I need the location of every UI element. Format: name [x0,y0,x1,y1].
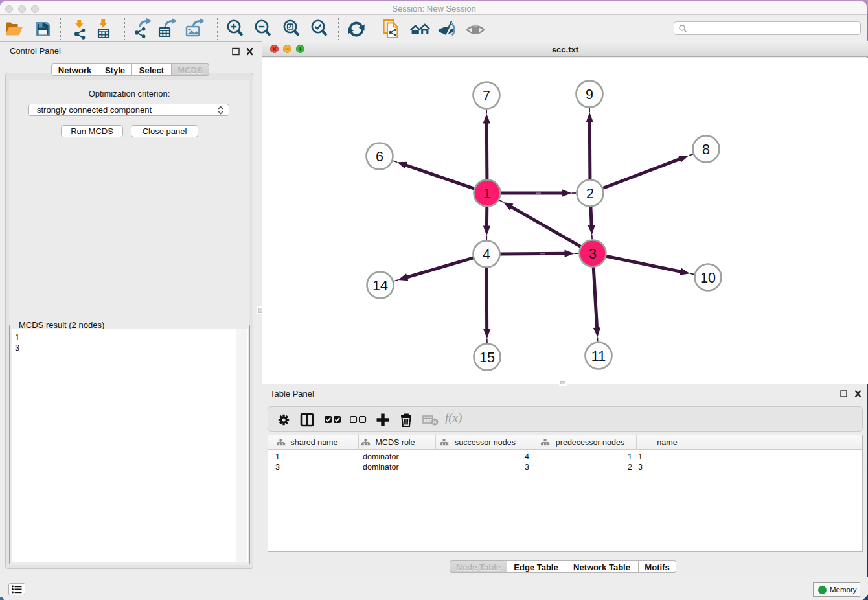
svg-text:6: 6 [376,149,383,165]
svg-text:8: 8 [702,142,710,157]
svg-text:1: 1 [483,186,491,202]
svg-text:14: 14 [372,278,388,294]
svg-text:9: 9 [586,87,593,102]
svg-text:11: 11 [591,349,606,364]
svg-text:7: 7 [483,88,490,104]
svg-text:3: 3 [589,246,597,262]
svg-text:10: 10 [700,270,716,286]
svg-text:4: 4 [483,247,490,262]
svg-text:2: 2 [586,186,594,202]
svg-text:15: 15 [479,350,495,365]
